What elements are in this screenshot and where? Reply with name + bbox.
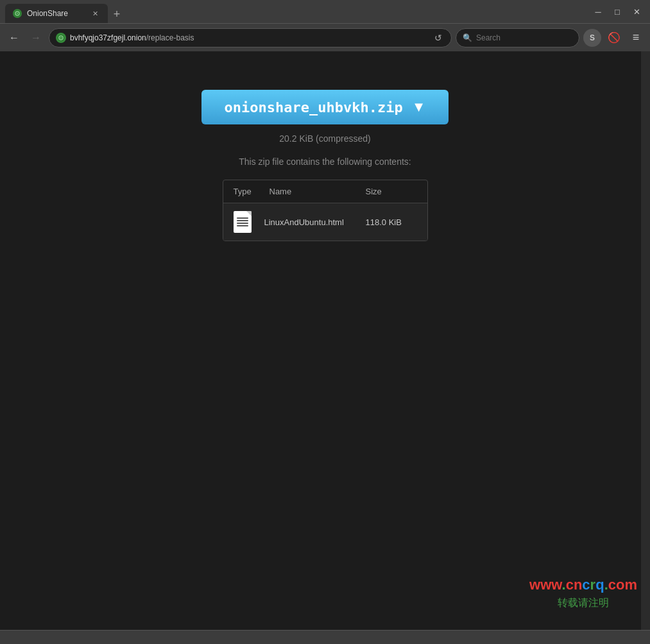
extension-button-1[interactable]: S: [583, 29, 601, 47]
file-table: Type Name Size LinuxAndUbuntu.html 118.0…: [223, 180, 428, 241]
watermark: www.cncrq.com 转载请注明: [529, 574, 637, 611]
file-icon-lines: [237, 217, 248, 226]
table-row: LinuxAndUbuntu.html 118.0 KiB: [223, 203, 427, 241]
file-icon-line-4: [237, 225, 248, 226]
title-bar: OnionShare ✕ + ─ □ ✕: [0, 0, 650, 23]
tab-title: OnionShare: [27, 9, 85, 18]
window-controls: ─ □ ✕: [590, 5, 645, 18]
forward-button[interactable]: →: [27, 29, 45, 47]
forward-icon: →: [31, 32, 41, 44]
search-input[interactable]: [476, 33, 572, 42]
restore-button[interactable]: □: [609, 5, 626, 18]
file-icon-line-2: [237, 220, 248, 221]
back-icon: ←: [9, 32, 19, 44]
tab-close-button[interactable]: ✕: [90, 8, 100, 19]
col-size-header: Size: [366, 187, 417, 196]
block-icon: 🚫: [608, 31, 620, 44]
file-name: LinuxAndUbuntu.html: [264, 217, 353, 227]
extension-button-2[interactable]: 🚫: [605, 29, 623, 47]
table-header: Type Name Size: [223, 180, 427, 203]
file-size-label: 20.2 KiB (compressed): [279, 133, 370, 144]
search-bar[interactable]: 🔍: [456, 28, 579, 47]
active-tab[interactable]: OnionShare ✕: [5, 4, 108, 23]
file-icon-line-1: [237, 217, 248, 219]
svg-point-2: [17, 13, 18, 14]
nav-bar: ← → bvhfyqjo37zfgejl.onion/replace-basis…: [0, 23, 650, 51]
new-tab-button[interactable]: +: [108, 5, 126, 23]
download-arrow-icon: ▼: [412, 99, 426, 115]
sidebar-strip: [641, 51, 650, 630]
close-window-button[interactable]: ✕: [628, 5, 645, 18]
svg-point-5: [60, 37, 62, 38]
download-filename: onionshare_uhbvkh.zip: [225, 99, 403, 115]
page-content: onionshare_uhbvkh.zip ▼ 20.2 KiB (compre…: [0, 51, 650, 630]
watermark-url: www.cncrq.com: [529, 574, 637, 595]
tab-area: OnionShare ✕ +: [5, 0, 582, 23]
tab-favicon: [13, 9, 22, 18]
url-bar[interactable]: bvhfyqjo37zfgejl.onion/replace-basis ↺: [49, 28, 452, 47]
col-type-header: Type: [234, 187, 257, 196]
menu-button[interactable]: ≡: [627, 29, 645, 47]
url-display: bvhfyqjo37zfgejl.onion/replace-basis: [70, 33, 428, 42]
browser-window: OnionShare ✕ + ─ □ ✕ ← →: [0, 0, 650, 644]
file-size-cell: 118.0 KiB: [366, 217, 417, 227]
watermark-notice: 转载请注明: [529, 595, 637, 611]
search-icon: 🔍: [463, 33, 472, 42]
refresh-button[interactable]: ↺: [432, 31, 445, 44]
file-icon-line-3: [237, 223, 248, 224]
site-favicon: [56, 33, 66, 43]
status-bar: [0, 630, 650, 644]
minimize-button[interactable]: ─: [590, 5, 606, 18]
col-name-header: Name: [269, 187, 353, 196]
back-button[interactable]: ←: [5, 29, 23, 47]
file-type-icon: [234, 211, 252, 233]
zip-description: This zip file contains the following con…: [239, 157, 411, 167]
download-button[interactable]: onionshare_uhbvkh.zip ▼: [201, 90, 449, 124]
